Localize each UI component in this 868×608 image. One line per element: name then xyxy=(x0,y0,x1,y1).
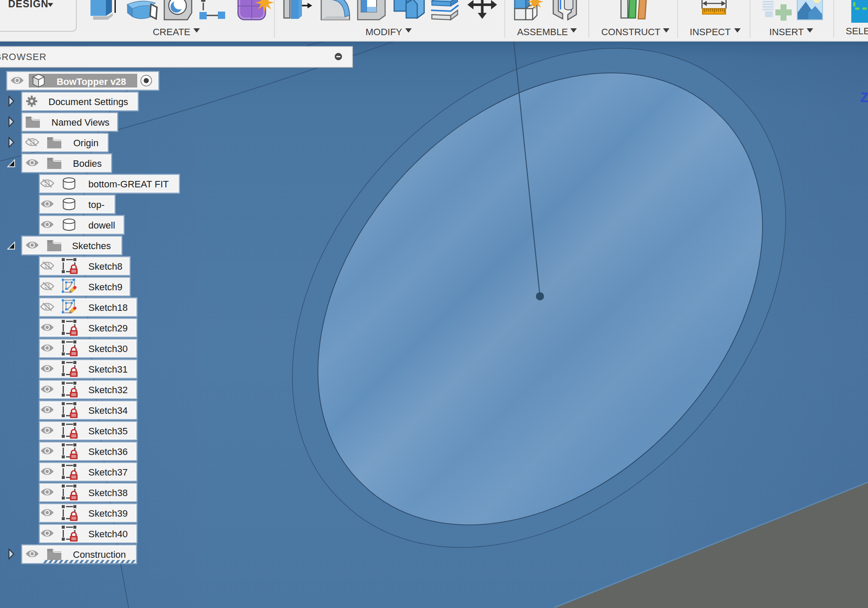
svg-text:Sketches: Sketches xyxy=(72,241,111,251)
svg-text:MODIFY: MODIFY xyxy=(365,27,402,37)
svg-text:Sketch8: Sketch8 xyxy=(88,261,123,272)
svg-text:Sketch31: Sketch31 xyxy=(88,364,128,375)
svg-text:top-: top- xyxy=(88,199,105,210)
svg-text:INSPECT: INSPECT xyxy=(690,27,730,37)
svg-text:Construction: Construction xyxy=(73,549,126,560)
svg-text:INSERT: INSERT xyxy=(769,27,804,37)
svg-text:Sketch29: Sketch29 xyxy=(88,323,128,334)
svg-text:CREATE: CREATE xyxy=(153,27,190,37)
svg-text:SELECT: SELECT xyxy=(846,26,868,36)
svg-text:BowTopper v28: BowTopper v28 xyxy=(57,76,126,87)
svg-text:Named Views: Named Views xyxy=(51,117,109,128)
svg-text:Sketch38: Sketch38 xyxy=(88,488,128,498)
svg-text:BROWSER: BROWSER xyxy=(0,51,47,62)
svg-text:Bodies: Bodies xyxy=(73,158,102,169)
svg-text:bottom-GREAT FIT: bottom-GREAT FIT xyxy=(88,179,169,190)
svg-text:Origin: Origin xyxy=(73,138,99,148)
svg-text:Sketch39: Sketch39 xyxy=(88,508,128,519)
svg-text:Sketch37: Sketch37 xyxy=(88,467,128,478)
svg-text:CONSTRUCT: CONSTRUCT xyxy=(601,27,660,37)
svg-text:Document Settings: Document Settings xyxy=(48,96,128,107)
svg-text:Sketch32: Sketch32 xyxy=(88,385,128,395)
svg-text:dowell: dowell xyxy=(88,220,115,231)
svg-text:Sketch30: Sketch30 xyxy=(88,343,128,354)
svg-text:DESIGN: DESIGN xyxy=(8,0,48,9)
svg-text:ASSEMBLE: ASSEMBLE xyxy=(517,27,568,37)
svg-text:Sketch35: Sketch35 xyxy=(88,426,128,436)
svg-text:Sketch40: Sketch40 xyxy=(88,529,128,539)
svg-text:Sketch36: Sketch36 xyxy=(88,446,128,457)
svg-text:Sketch34: Sketch34 xyxy=(88,405,128,416)
svg-text:Sketch18: Sketch18 xyxy=(88,302,128,313)
svg-text:Sketch9: Sketch9 xyxy=(88,282,123,292)
